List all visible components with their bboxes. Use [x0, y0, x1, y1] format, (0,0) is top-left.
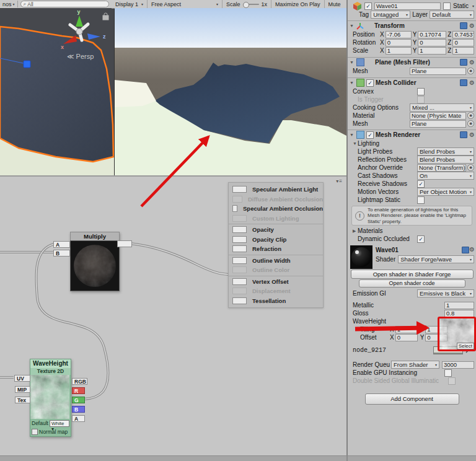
- output-socket[interactable]: [232, 186, 247, 193]
- waveheight-output-rgb[interactable]: RGB: [72, 378, 87, 385]
- output-socket[interactable]: [232, 257, 247, 264]
- scene-selected-plane[interactable]: [0, 27, 113, 162]
- waveheight-node[interactable]: WaveHeight Texture 2D Default White ▾: [30, 359, 71, 437]
- active-checkbox[interactable]: ✓: [364, 2, 372, 10]
- render-queue-dropdown[interactable]: From Shader▾: [391, 361, 439, 369]
- motion-vectors-dropdown[interactable]: Per Object Motion▾: [417, 188, 474, 196]
- aspect-dropdown[interactable]: Free Aspect▾: [148, 0, 223, 8]
- foldout-icon[interactable]: ▼: [350, 81, 355, 85]
- output-row[interactable]: Refraction: [229, 244, 323, 254]
- shader-dropdown[interactable]: Shader Forge/wave▾: [398, 255, 474, 263]
- cooking-options-dropdown[interactable]: Mixed ...▾: [410, 103, 474, 112]
- dynamic-occluded-checkbox[interactable]: ✓: [417, 235, 425, 243]
- reflection-probes-dropdown[interactable]: Blend Probes▾: [417, 156, 474, 164]
- normal-map-checkbox[interactable]: [32, 429, 38, 435]
- open-shader-code-button[interactable]: Open shader code: [359, 279, 465, 288]
- foldout-icon[interactable]: ▶: [353, 229, 358, 234]
- output-row[interactable]: Tessellation: [229, 296, 323, 306]
- waveheight-input-uv[interactable]: UV: [14, 375, 30, 382]
- waveheight-input-tex[interactable]: Tex: [15, 397, 30, 403]
- tag-dropdown[interactable]: Untagged▾: [371, 11, 410, 19]
- multiply-input-a[interactable]: A: [53, 241, 70, 248]
- foldout-icon[interactable]: ▼: [353, 141, 358, 146]
- component-enabled-checkbox[interactable]: ✓: [366, 131, 374, 139]
- multiply-output[interactable]: [117, 240, 132, 247]
- output-socket[interactable]: [232, 205, 237, 212]
- persp-label[interactable]: ≪ Persp: [67, 53, 94, 60]
- waveheight-output-r[interactable]: R: [72, 387, 85, 394]
- gear-icon[interactable]: ⚙: [469, 59, 475, 66]
- scale-slider[interactable]: Scale 1x: [223, 0, 271, 8]
- render-queue-number-field[interactable]: 3000: [442, 361, 474, 369]
- multiply-node[interactable]: Multiply A B: [70, 232, 120, 291]
- help-icon[interactable]: [460, 59, 467, 66]
- lightmap-static-checkbox[interactable]: [417, 196, 425, 204]
- gear-icon[interactable]: ⚙: [469, 23, 475, 29]
- output-socket[interactable]: [232, 278, 247, 285]
- scale-x-field[interactable]: 1: [386, 47, 412, 55]
- gear-icon[interactable]: ⚙: [469, 80, 475, 86]
- waveheight-output-a[interactable]: A: [72, 415, 85, 422]
- gameobject-name-field[interactable]: Wave01: [374, 2, 441, 10]
- gear-icon[interactable]: ⚙: [469, 132, 475, 138]
- scene-cube-gizmo[interactable]: [24, 61, 30, 68]
- rotation-y-field[interactable]: 0: [418, 39, 446, 46]
- game-view[interactable]: [115, 8, 346, 175]
- tiling-x-field[interactable]: 1: [395, 326, 418, 333]
- help-icon[interactable]: [460, 131, 467, 138]
- display-dropdown[interactable]: Display 1▾: [112, 0, 148, 8]
- waveheight-input-mip[interactable]: MIP: [15, 386, 30, 393]
- chevron-down-icon[interactable]: ▾: [472, 4, 474, 8]
- foldout-icon[interactable]: ▼: [350, 24, 355, 28]
- default-dropdown[interactable]: White ▾: [50, 420, 69, 427]
- output-row-vertex-offset[interactable]: Vertex Offset: [229, 277, 323, 287]
- gpu-instancing-checkbox[interactable]: [444, 369, 452, 377]
- output-row[interactable]: Specular Ambient Light: [229, 185, 323, 195]
- maximize-on-play-button[interactable]: Maximize On Play: [271, 0, 325, 8]
- layer-dropdown[interactable]: Default▾: [430, 11, 474, 19]
- mesh-filter-header[interactable]: ▼ Plane (Mesh Filter) ⚙: [348, 57, 476, 67]
- cast-shadows-dropdown[interactable]: On▾: [417, 172, 474, 180]
- select-button[interactable]: Select: [457, 343, 474, 349]
- convex-checkbox[interactable]: [417, 88, 425, 95]
- physic-material-field[interactable]: None (Physic Mate: [410, 112, 466, 120]
- position-z-field[interactable]: 0.74537: [452, 31, 474, 38]
- position-y-field[interactable]: 0.17074: [418, 31, 446, 38]
- materials-foldout[interactable]: ▶ Materials: [348, 227, 476, 235]
- gear-icon[interactable]: ⚙: [469, 247, 475, 253]
- object-picker-icon[interactable]: ◉: [467, 120, 474, 127]
- foldout-icon[interactable]: ▼: [350, 60, 355, 64]
- transform-header[interactable]: ▼ Transform ⚙: [348, 20, 476, 30]
- anchor-override-field[interactable]: None (Transform): [417, 164, 466, 172]
- waveheight-output-b[interactable]: B: [72, 406, 85, 413]
- mesh-renderer-header[interactable]: ▼ ✓ Mesh Renderer ⚙: [348, 130, 476, 139]
- slider-track[interactable]: [243, 4, 259, 5]
- collider-mesh-field[interactable]: Plane: [410, 120, 466, 128]
- emission-gi-dropdown[interactable]: Emissive Is Black▾: [417, 289, 474, 297]
- output-socket[interactable]: [232, 226, 247, 233]
- help-icon[interactable]: [462, 247, 469, 253]
- mute-button[interactable]: Mute: [325, 0, 345, 8]
- gizmos-dropdown[interactable]: nos ▾: [0, 1, 18, 7]
- material-header[interactable]: Wave01 ⚙ Shader Shader Forge/wave▾: [348, 245, 476, 269]
- offset-x-field[interactable]: 0: [395, 334, 418, 341]
- position-x-field[interactable]: -7.06: [386, 31, 412, 38]
- output-row[interactable]: Opacity Clip: [229, 235, 323, 245]
- foldout-icon[interactable]: ▼: [350, 133, 355, 137]
- scene-search-input[interactable]: ⌕ All: [20, 1, 109, 7]
- output-socket[interactable]: [232, 236, 247, 243]
- scale-y-field[interactable]: 1: [418, 47, 446, 55]
- scale-z-field[interactable]: 1: [452, 47, 474, 55]
- object-picker-icon[interactable]: ◉: [467, 68, 474, 74]
- output-row[interactable]: Specular Ambient Occlusion: [229, 204, 323, 214]
- shader-forge-canvas[interactable]: ▾≡ Multiply A B: [0, 175, 346, 457]
- mesh-collider-header[interactable]: ▼ ✓ Mesh Collider ⚙: [348, 77, 476, 87]
- multiply-input-b[interactable]: B: [53, 250, 70, 257]
- panel-menu-icon[interactable]: ▾≡: [336, 178, 343, 184]
- light-probes-dropdown[interactable]: Blend Probes▾: [417, 147, 474, 156]
- gloss-field[interactable]: 0.8: [444, 310, 474, 317]
- add-component-button[interactable]: Add Component: [365, 393, 459, 405]
- mesh-field[interactable]: Plane: [410, 68, 466, 75]
- static-checkbox[interactable]: [443, 2, 451, 10]
- slider-knob[interactable]: [243, 2, 249, 8]
